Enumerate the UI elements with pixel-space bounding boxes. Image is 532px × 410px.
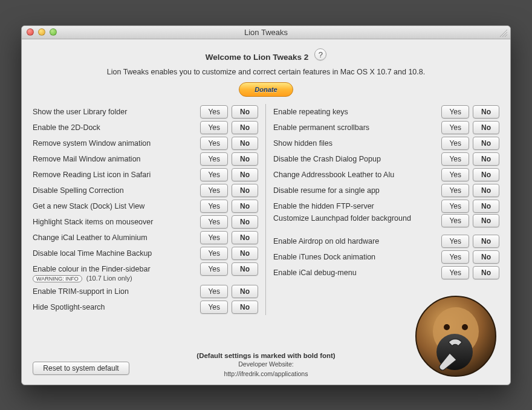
- no-button[interactable]: No: [473, 235, 499, 248]
- yes-button[interactable]: Yes: [441, 137, 469, 150]
- option-label: Remove system Window animation: [33, 139, 200, 148]
- no-button[interactable]: No: [232, 262, 258, 276]
- no-button[interactable]: No: [232, 200, 258, 213]
- yes-button[interactable]: Yes: [200, 247, 228, 260]
- no-button[interactable]: No: [473, 105, 499, 119]
- no-button[interactable]: No: [473, 121, 499, 134]
- yes-button[interactable]: Yes: [200, 215, 228, 229]
- no-button[interactable]: No: [473, 214, 499, 227]
- yes-no-group: YesNo: [200, 285, 258, 298]
- window-title: Lion Tweaks: [244, 28, 288, 37]
- no-button[interactable]: No: [232, 121, 258, 134]
- option-label: Disable the Crash Dialog Popup: [273, 155, 441, 163]
- yes-button[interactable]: Yes: [441, 200, 469, 213]
- yes-no-group: YesNo: [441, 152, 499, 166]
- yes-no-group: YesNo: [200, 301, 258, 314]
- no-button[interactable]: No: [473, 266, 499, 279]
- close-icon[interactable]: [27, 28, 34, 36]
- yes-no-group: YesNo: [441, 184, 499, 197]
- no-button[interactable]: No: [473, 137, 499, 150]
- yes-button[interactable]: Yes: [441, 266, 469, 279]
- option-row: Enable TRIM-support in LionYesNo: [33, 284, 258, 299]
- minimize-icon[interactable]: [38, 28, 45, 36]
- no-button[interactable]: No: [473, 168, 499, 181]
- resize-icon[interactable]: [500, 28, 507, 36]
- option-row: Disable Spelling CorrectionYesNo: [33, 183, 258, 198]
- option-row: Remove Reading List icon in SafariYesNo: [33, 167, 258, 183]
- no-button[interactable]: No: [473, 200, 499, 213]
- yes-button[interactable]: Yes: [200, 231, 228, 244]
- warning-pill[interactable]: WARNING: INFO: [33, 275, 82, 282]
- yes-no-group: YesNo: [200, 247, 258, 260]
- yes-no-group: YesNo: [441, 105, 499, 119]
- warning-suffix: (10.7 Lion only): [85, 275, 132, 282]
- option-row: Enable the hidden FTP-serverYesNo: [273, 198, 499, 214]
- option-row: Disable local Time Machine BackupYesNo: [33, 246, 258, 261]
- yes-button[interactable]: Yes: [200, 200, 228, 213]
- option-row: Show hidden filesYesNo: [273, 135, 499, 151]
- option-row: Remove Mail Window animationYesNo: [33, 151, 258, 167]
- no-button[interactable]: No: [232, 247, 258, 260]
- option-label: Enable repeating keys: [273, 108, 441, 116]
- yes-no-group: YesNo: [441, 250, 499, 264]
- option-label: Show the user Library folder: [33, 108, 200, 116]
- yes-button[interactable]: Yes: [441, 235, 469, 248]
- svg-point-4: [462, 324, 468, 330]
- donate-button[interactable]: Donate: [239, 82, 293, 97]
- no-button[interactable]: No: [473, 184, 499, 197]
- app-window: Lion Tweaks Welcome to Lion Tweaks 2 ? L…: [21, 25, 511, 385]
- svg-point-3: [444, 324, 450, 330]
- yes-no-group: YesNo: [200, 152, 258, 166]
- yes-button[interactable]: Yes: [200, 105, 228, 119]
- yes-button[interactable]: Yes: [441, 105, 469, 119]
- yes-button[interactable]: Yes: [200, 152, 228, 166]
- traffic-lights: [27, 28, 57, 36]
- option-label: Disable local Time Machine Backup: [33, 249, 200, 258]
- no-button[interactable]: No: [232, 168, 258, 181]
- yes-no-group: YesNo: [441, 266, 499, 279]
- help-button[interactable]: ?: [314, 48, 326, 60]
- yes-no-group: YesNo: [200, 200, 258, 213]
- yes-no-group: YesNo: [200, 168, 258, 181]
- option-row: Hide Spotlight-searchYesNo: [33, 299, 258, 315]
- no-button[interactable]: No: [232, 105, 258, 119]
- yes-no-group: YesNo: [441, 214, 499, 227]
- no-button[interactable]: No: [232, 137, 258, 150]
- yes-button[interactable]: Yes: [200, 262, 228, 276]
- yes-no-group: YesNo: [441, 200, 499, 213]
- yes-button[interactable]: Yes: [441, 184, 469, 197]
- yes-button[interactable]: Yes: [441, 168, 469, 181]
- option-row: Customize Launchpad folder backgroundYes…: [273, 214, 499, 233]
- option-row: Remove system Window animationYesNo: [33, 135, 258, 151]
- yes-button[interactable]: Yes: [441, 121, 469, 134]
- no-button[interactable]: No: [232, 152, 258, 166]
- yes-button[interactable]: Yes: [441, 214, 469, 227]
- option-row: Enable repeating keysYesNo: [273, 104, 499, 120]
- option-row: Enable the 2D-DockYesNo: [33, 120, 258, 135]
- option-row: Enable Airdrop on old hardwareYesNo: [273, 233, 499, 249]
- option-label: Get a new Stack (Dock) List View: [33, 202, 200, 210]
- no-button[interactable]: No: [232, 215, 258, 229]
- yes-button[interactable]: Yes: [200, 121, 228, 134]
- yes-button[interactable]: Yes: [200, 137, 228, 150]
- yes-button[interactable]: Yes: [200, 184, 228, 197]
- yes-button[interactable]: Yes: [200, 168, 228, 181]
- no-button[interactable]: No: [232, 285, 258, 298]
- yes-no-group: YesNo: [441, 168, 499, 181]
- no-button[interactable]: No: [232, 301, 258, 314]
- option-label: Enable iCal debug-menu: [273, 268, 441, 277]
- no-button[interactable]: No: [473, 152, 499, 166]
- no-button[interactable]: No: [232, 184, 258, 197]
- zoom-icon[interactable]: [50, 28, 57, 36]
- no-button[interactable]: No: [232, 231, 258, 244]
- yes-button[interactable]: Yes: [441, 250, 469, 264]
- reset-button[interactable]: Reset to system default: [33, 362, 129, 375]
- yes-button[interactable]: Yes: [441, 152, 469, 166]
- option-row: Disable resume for a single appYesNo: [273, 183, 499, 198]
- titlebar: Lion Tweaks: [22, 26, 510, 39]
- yes-button[interactable]: Yes: [200, 285, 228, 298]
- yes-button[interactable]: Yes: [200, 301, 228, 314]
- no-button[interactable]: No: [473, 250, 499, 264]
- option-label: Enable colour in the Finder-sidebar: [33, 265, 200, 273]
- option-label: Change iCal Leather to Aluminium: [33, 233, 200, 242]
